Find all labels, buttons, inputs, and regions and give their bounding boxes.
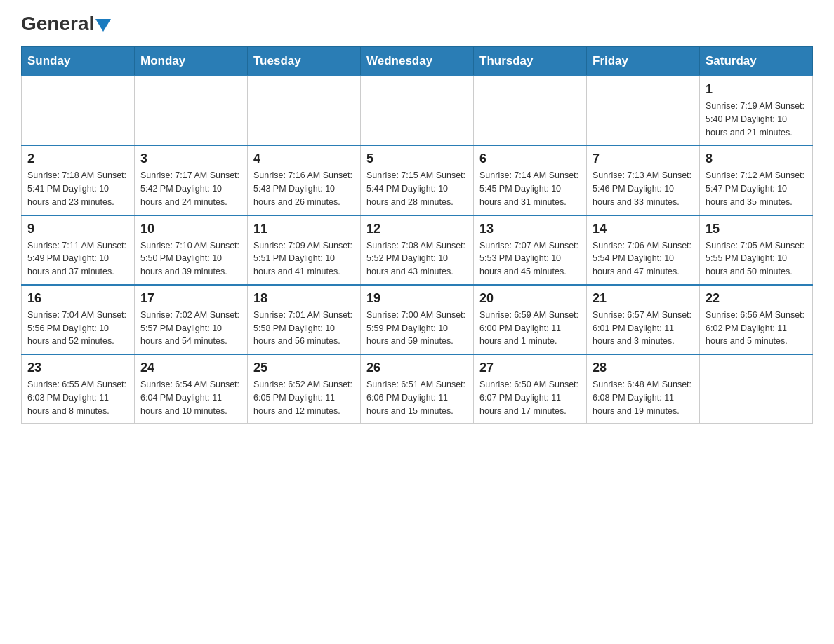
day-number: 22 [706,291,807,306]
day-info: Sunrise: 7:06 AM Sunset: 5:54 PM Dayligh… [593,239,694,279]
calendar-cell: 14Sunrise: 7:06 AM Sunset: 5:54 PM Dayli… [587,215,700,285]
weekday-header-thursday: Thursday [474,47,587,76]
day-info: Sunrise: 7:18 AM Sunset: 5:41 PM Dayligh… [27,169,128,208]
calendar-cell: 11Sunrise: 7:09 AM Sunset: 5:51 PM Dayli… [248,215,361,285]
day-number: 18 [253,291,355,306]
day-number: 5 [366,152,468,166]
day-info: Sunrise: 7:07 AM Sunset: 5:53 PM Dayligh… [479,239,581,279]
logo: General [21,14,111,32]
day-info: Sunrise: 7:00 AM Sunset: 5:59 PM Dayligh… [366,309,468,348]
calendar-cell: 22Sunrise: 6:56 AM Sunset: 6:02 PM Dayli… [700,285,813,354]
calendar-cell [474,76,587,145]
day-info: Sunrise: 7:12 AM Sunset: 5:47 PM Dayligh… [706,169,807,208]
day-info: Sunrise: 6:59 AM Sunset: 6:00 PM Dayligh… [479,309,581,348]
calendar-cell: 21Sunrise: 6:57 AM Sunset: 6:01 PM Dayli… [587,285,700,354]
day-number: 20 [479,291,581,306]
calendar-week-3: 9Sunrise: 7:11 AM Sunset: 5:49 PM Daylig… [22,215,813,285]
day-info: Sunrise: 6:52 AM Sunset: 6:05 PM Dayligh… [253,378,355,417]
day-number: 3 [140,152,241,166]
weekday-header-sunday: Sunday [22,47,135,76]
day-number: 1 [706,82,807,97]
day-number: 21 [593,291,694,306]
day-info: Sunrise: 6:57 AM Sunset: 6:01 PM Dayligh… [593,309,694,348]
day-info: Sunrise: 7:09 AM Sunset: 5:51 PM Dayligh… [253,239,355,279]
day-number: 25 [253,361,355,375]
day-number: 17 [140,291,241,306]
calendar-cell: 26Sunrise: 6:51 AM Sunset: 6:06 PM Dayli… [361,354,474,424]
calendar-cell: 17Sunrise: 7:02 AM Sunset: 5:57 PM Dayli… [135,285,248,354]
day-info: Sunrise: 6:55 AM Sunset: 6:03 PM Dayligh… [27,378,128,417]
day-number: 15 [706,222,807,236]
svg-marker-0 [95,19,111,32]
day-info: Sunrise: 7:08 AM Sunset: 5:52 PM Dayligh… [366,239,468,279]
day-number: 11 [253,222,355,236]
calendar-cell: 23Sunrise: 6:55 AM Sunset: 6:03 PM Dayli… [22,354,135,424]
day-number: 6 [479,152,581,166]
day-info: Sunrise: 6:48 AM Sunset: 6:08 PM Dayligh… [593,378,694,417]
page-header: General [21,14,813,32]
day-number: 23 [27,361,128,375]
weekday-header-wednesday: Wednesday [361,47,474,76]
calendar-cell: 13Sunrise: 7:07 AM Sunset: 5:53 PM Dayli… [474,215,587,285]
day-number: 28 [593,361,694,375]
calendar-cell: 8Sunrise: 7:12 AM Sunset: 5:47 PM Daylig… [700,145,813,215]
calendar-cell: 16Sunrise: 7:04 AM Sunset: 5:56 PM Dayli… [22,285,135,354]
day-number: 27 [479,361,581,375]
day-info: Sunrise: 7:19 AM Sunset: 5:40 PM Dayligh… [706,100,807,139]
calendar-cell: 20Sunrise: 6:59 AM Sunset: 6:00 PM Dayli… [474,285,587,354]
calendar-cell: 24Sunrise: 6:54 AM Sunset: 6:04 PM Dayli… [135,354,248,424]
weekday-header-tuesday: Tuesday [248,47,361,76]
calendar-cell [248,76,361,145]
calendar-week-2: 2Sunrise: 7:18 AM Sunset: 5:41 PM Daylig… [22,145,813,215]
calendar-cell: 5Sunrise: 7:15 AM Sunset: 5:44 PM Daylig… [361,145,474,215]
day-number: 14 [593,222,694,236]
day-info: Sunrise: 6:54 AM Sunset: 6:04 PM Dayligh… [140,378,241,417]
day-info: Sunrise: 7:16 AM Sunset: 5:43 PM Dayligh… [253,169,355,208]
calendar-cell: 4Sunrise: 7:16 AM Sunset: 5:43 PM Daylig… [248,145,361,215]
calendar-cell: 27Sunrise: 6:50 AM Sunset: 6:07 PM Dayli… [474,354,587,424]
calendar-week-1: 1Sunrise: 7:19 AM Sunset: 5:40 PM Daylig… [22,76,813,145]
weekday-header-friday: Friday [587,47,700,76]
day-info: Sunrise: 7:11 AM Sunset: 5:49 PM Dayligh… [27,239,128,279]
day-number: 13 [479,222,581,236]
weekday-header-monday: Monday [135,47,248,76]
day-number: 2 [27,152,128,166]
day-info: Sunrise: 6:56 AM Sunset: 6:02 PM Dayligh… [706,309,807,348]
day-number: 16 [27,291,128,306]
day-info: Sunrise: 7:17 AM Sunset: 5:42 PM Dayligh… [140,169,241,208]
logo-top: General [21,14,111,34]
calendar-cell [700,354,813,424]
day-number: 12 [366,222,468,236]
calendar-cell [361,76,474,145]
day-info: Sunrise: 7:13 AM Sunset: 5:46 PM Dayligh… [593,169,694,208]
calendar-cell: 18Sunrise: 7:01 AM Sunset: 5:58 PM Dayli… [248,285,361,354]
calendar-cell: 25Sunrise: 6:52 AM Sunset: 6:05 PM Dayli… [248,354,361,424]
calendar-cell: 3Sunrise: 7:17 AM Sunset: 5:42 PM Daylig… [135,145,248,215]
calendar-cell: 9Sunrise: 7:11 AM Sunset: 5:49 PM Daylig… [22,215,135,285]
weekday-header-saturday: Saturday [700,47,813,76]
calendar-cell: 10Sunrise: 7:10 AM Sunset: 5:50 PM Dayli… [135,215,248,285]
day-number: 26 [366,361,468,375]
day-info: Sunrise: 7:15 AM Sunset: 5:44 PM Dayligh… [366,169,468,208]
day-number: 8 [706,152,807,166]
day-number: 24 [140,361,241,375]
calendar-cell [135,76,248,145]
calendar-cell: 6Sunrise: 7:14 AM Sunset: 5:45 PM Daylig… [474,145,587,215]
day-number: 10 [140,222,241,236]
calendar-cell: 7Sunrise: 7:13 AM Sunset: 5:46 PM Daylig… [587,145,700,215]
calendar-table: SundayMondayTuesdayWednesdayThursdayFrid… [21,46,813,424]
day-info: Sunrise: 6:50 AM Sunset: 6:07 PM Dayligh… [479,378,581,417]
calendar-cell: 1Sunrise: 7:19 AM Sunset: 5:40 PM Daylig… [700,76,813,145]
day-info: Sunrise: 7:02 AM Sunset: 5:57 PM Dayligh… [140,309,241,348]
day-info: Sunrise: 6:51 AM Sunset: 6:06 PM Dayligh… [366,378,468,417]
calendar-cell: 28Sunrise: 6:48 AM Sunset: 6:08 PM Dayli… [587,354,700,424]
day-number: 7 [593,152,694,166]
calendar-cell [587,76,700,145]
calendar-cell [22,76,135,145]
day-number: 9 [27,222,128,236]
calendar-week-5: 23Sunrise: 6:55 AM Sunset: 6:03 PM Dayli… [22,354,813,424]
day-number: 19 [366,291,468,306]
calendar-cell: 15Sunrise: 7:05 AM Sunset: 5:55 PM Dayli… [700,215,813,285]
calendar-cell: 2Sunrise: 7:18 AM Sunset: 5:41 PM Daylig… [22,145,135,215]
weekday-header-row: SundayMondayTuesdayWednesdayThursdayFrid… [22,47,813,76]
